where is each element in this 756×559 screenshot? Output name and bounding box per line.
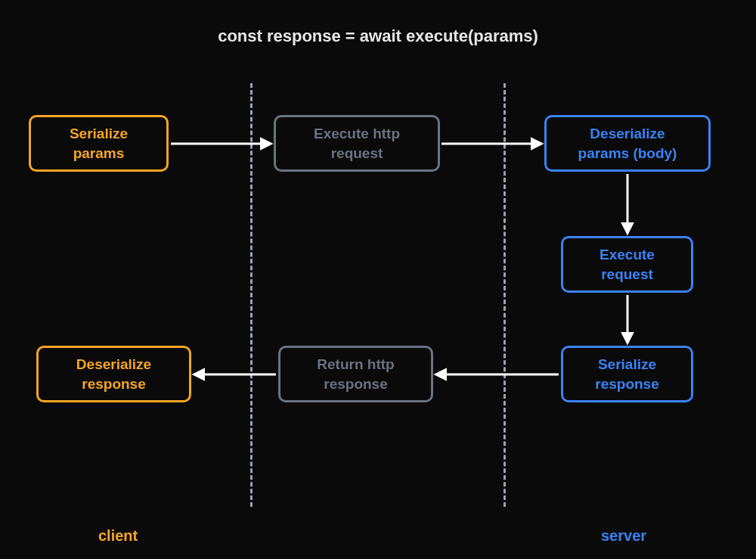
vertical-divider-left	[250, 83, 253, 507]
node-execute-http-request: Execute httprequest	[274, 115, 440, 172]
node-serialize-params: Serializeparams	[29, 115, 169, 172]
node-return-http-response: Return httpresponse	[278, 346, 433, 402]
diagram-title: const response = await execute(params)	[0, 26, 756, 46]
node-deserialize-response: Deserializeresponse	[36, 346, 191, 402]
diagram-canvas: const response = await execute(params) c…	[0, 0, 756, 559]
node-execute-request: Executerequest	[561, 236, 693, 293]
node-deserialize-params-body: Deserializeparams (body)	[544, 115, 711, 172]
region-label-client: client	[98, 527, 138, 545]
node-serialize-response: Serializeresponse	[561, 346, 693, 402]
vertical-divider-right	[503, 83, 506, 507]
region-label-server: server	[601, 527, 646, 545]
